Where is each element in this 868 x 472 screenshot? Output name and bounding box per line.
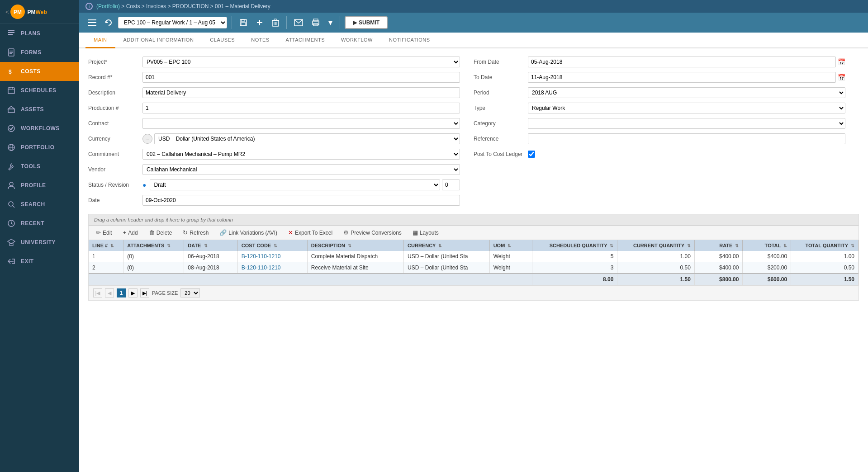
- page-prev-button[interactable]: ◀: [105, 288, 114, 297]
- sidebar-item-costs[interactable]: $ COSTS: [0, 62, 79, 81]
- exit-icon: [6, 256, 16, 266]
- sidebar-item-plans[interactable]: PLANS: [0, 24, 79, 43]
- period-select[interactable]: EPC 100 – Regular Work / 1 – Aug 05: [118, 17, 227, 28]
- tab-clauses[interactable]: CLAUSES: [202, 33, 243, 48]
- sidebar-item-search[interactable]: SEARCH: [0, 195, 79, 214]
- col-currency[interactable]: CURRENCY ⇅: [404, 240, 490, 251]
- col-total[interactable]: TOTAL ⇅: [743, 240, 791, 251]
- info-icon[interactable]: i: [85, 3, 93, 10]
- cell-sched-qty-1: 5: [532, 251, 617, 262]
- from-date-input[interactable]: [528, 57, 836, 67]
- sort-icon-rate: ⇅: [735, 244, 739, 248]
- page-size-select[interactable]: 20: [180, 288, 200, 297]
- submit-button[interactable]: ▶ SUBMIT: [345, 16, 388, 29]
- col-total-qty[interactable]: TOTAL QUANTITY ⇅: [791, 240, 859, 251]
- col-scheduled-qty[interactable]: SCHEDULED QUANTITY ⇅: [532, 240, 617, 251]
- post-checkbox[interactable]: [528, 151, 535, 158]
- grid-edit-button[interactable]: ✏ Edit: [93, 228, 115, 237]
- page-first-button[interactable]: |◀: [93, 288, 102, 297]
- tab-attachments[interactable]: ATTACHMENTS: [278, 33, 333, 48]
- delete-button[interactable]: [269, 17, 282, 28]
- col-date[interactable]: DATE ⇅: [184, 240, 237, 251]
- print-button[interactable]: [308, 17, 323, 28]
- sidebar-item-recent[interactable]: RECENT: [0, 214, 79, 233]
- breadcrumb-portfolio[interactable]: (Portfolio): [96, 3, 120, 9]
- tab-additional-information[interactable]: ADDITIONAL INFORMATION: [115, 33, 202, 48]
- tab-notes[interactable]: NOTES: [243, 33, 277, 48]
- category-select[interactable]: [528, 118, 845, 129]
- page-next-button[interactable]: ▶: [128, 288, 138, 297]
- grid-refresh-label: Refresh: [190, 230, 209, 236]
- sidebar-item-assets[interactable]: ASSETS: [0, 100, 79, 119]
- sidebar-item-portfolio[interactable]: PORTFOLIO: [0, 138, 79, 157]
- commitment-select[interactable]: 002 – Callahan Mechanical – Pump MR2: [142, 149, 460, 160]
- status-select[interactable]: Draft: [150, 179, 440, 190]
- sidebar-item-university[interactable]: UNIVERSITY: [0, 233, 79, 252]
- col-rate[interactable]: RATE ⇅: [694, 240, 743, 251]
- period-field-select[interactable]: 2018 AUG: [528, 87, 845, 98]
- date-input[interactable]: [142, 195, 460, 206]
- to-date-input[interactable]: [528, 72, 836, 83]
- grid-export-button[interactable]: ✕ Export To Excel: [285, 228, 335, 237]
- col-line[interactable]: LINE # ⇅: [89, 240, 123, 251]
- svg-rect-26: [88, 19, 96, 20]
- tab-main[interactable]: MAIN: [85, 33, 115, 48]
- sidebar-item-schedules[interactable]: SCHEDULES: [0, 81, 79, 100]
- col-attachments[interactable]: ATTACHMENTS ⇅: [123, 240, 184, 251]
- grid-preview-button[interactable]: ⚙ Preview Conversions: [341, 228, 404, 237]
- tools-icon: [6, 161, 16, 171]
- from-date-calendar-icon[interactable]: 📅: [838, 58, 845, 66]
- grid-add-icon: +: [123, 229, 127, 236]
- sidebar-item-exit[interactable]: EXIT: [0, 252, 79, 271]
- sidebar-item-forms[interactable]: FORMS: [0, 43, 79, 62]
- recent-icon: [6, 218, 16, 228]
- cost-code-link-1[interactable]: B-120-110-1210: [242, 253, 281, 260]
- grid-link-variations-button[interactable]: 🔗 Link Variations (AVI): [217, 228, 280, 237]
- preview-icon: ⚙: [343, 229, 349, 236]
- production-input[interactable]: [142, 103, 460, 113]
- revision-input[interactable]: [442, 179, 460, 190]
- col-description[interactable]: DESCRIPTION ⇅: [307, 240, 403, 251]
- currency-options-button[interactable]: ···: [142, 134, 152, 144]
- grid-layouts-button[interactable]: ▦ Layouts: [410, 228, 441, 237]
- tab-workflow[interactable]: WORKFLOW: [333, 33, 381, 48]
- cost-code-link-2[interactable]: B-120-110-1210: [242, 264, 281, 271]
- svg-rect-5: [9, 51, 13, 52]
- col-uom[interactable]: UOM ⇅: [489, 240, 532, 251]
- sidebar-item-tools[interactable]: TOOLS: [0, 157, 79, 176]
- page-last-button[interactable]: ▶|: [140, 288, 149, 297]
- menu-button[interactable]: [85, 18, 99, 28]
- reference-input[interactable]: [528, 133, 845, 144]
- add-button[interactable]: [253, 17, 266, 28]
- pagination: |◀ ◀ 1 ▶ ▶| PAGE SIZE 20: [89, 285, 859, 300]
- grid-add-button[interactable]: + Add: [120, 228, 141, 237]
- email-button[interactable]: [291, 17, 306, 28]
- table-row[interactable]: 1 (0) 06-Aug-2018 B-120-110-1210 Complet…: [89, 251, 859, 262]
- sidebar-item-profile[interactable]: PROFILE: [0, 176, 79, 195]
- contract-select[interactable]: [142, 118, 460, 129]
- currency-select[interactable]: USD – Dollar (United States of America): [154, 133, 460, 144]
- commitment-wrap: 002 – Callahan Mechanical – Pump MR2: [142, 149, 460, 160]
- vendor-select[interactable]: Callahan Mechanical: [142, 164, 460, 175]
- period-row: Period 2018 AUG: [474, 86, 845, 99]
- table-row[interactable]: 2 (0) 08-Aug-2018 B-120-110-1210 Receive…: [89, 262, 859, 274]
- record-input[interactable]: [142, 72, 460, 83]
- description-input[interactable]: [142, 87, 460, 98]
- print-dropdown-button[interactable]: ▾: [326, 16, 335, 29]
- tab-notifications[interactable]: NOTIFICATIONS: [381, 33, 438, 48]
- sidebar-item-workflows[interactable]: WORKFLOWS: [0, 119, 79, 138]
- project-select[interactable]: PV005 – EPC 100: [142, 57, 460, 67]
- sort-icon-cost-code: ⇅: [274, 244, 277, 248]
- grid-delete-button[interactable]: 🗑 Delete: [146, 228, 175, 237]
- grid-refresh-button[interactable]: ↻ Refresh: [180, 228, 211, 237]
- type-select[interactable]: Regular Work: [528, 103, 845, 113]
- col-current-qty[interactable]: CURRENT QUANTITY ⇅: [617, 240, 695, 251]
- undo-button[interactable]: [102, 17, 115, 28]
- svg-rect-9: [8, 88, 14, 94]
- to-date-calendar-icon[interactable]: 📅: [838, 74, 845, 81]
- save-button[interactable]: [237, 17, 250, 28]
- col-cost-code[interactable]: COST CODE ⇅: [237, 240, 307, 251]
- layouts-icon: ▦: [413, 229, 418, 236]
- grid-export-label: Export To Excel: [295, 230, 332, 236]
- logo-arrow-icon: <: [5, 9, 9, 15]
